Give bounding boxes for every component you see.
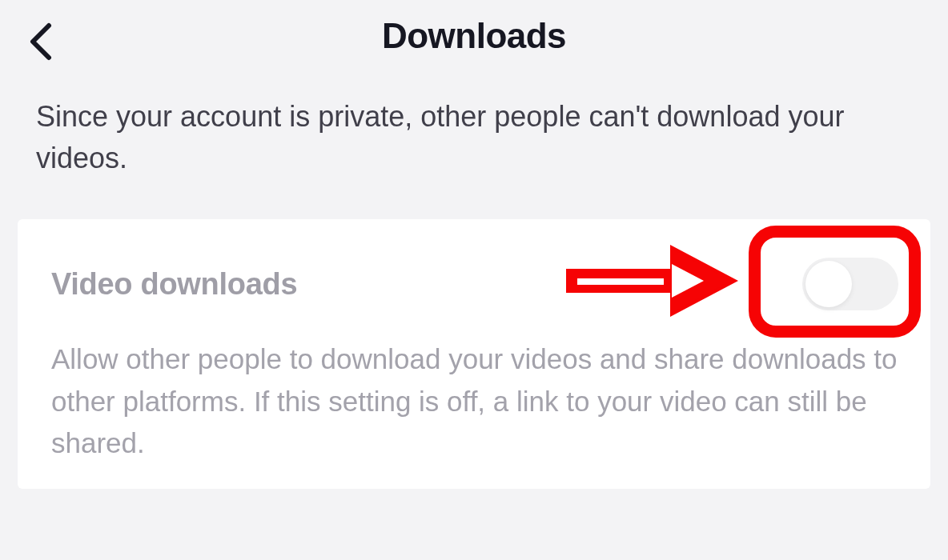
header: Downloads — [0, 0, 948, 80]
back-icon[interactable] — [28, 22, 52, 64]
video-downloads-label: Video downloads — [51, 267, 297, 302]
video-downloads-toggle[interactable] — [802, 258, 898, 310]
toggle-knob — [805, 261, 852, 307]
video-downloads-row: Video downloads — [51, 258, 898, 310]
video-downloads-description: Allow other people to download your vide… — [51, 338, 898, 465]
page-title: Downloads — [28, 16, 920, 56]
privacy-info-text: Since your account is private, other peo… — [0, 80, 948, 211]
settings-card: Video downloads Allow other people to do… — [18, 219, 930, 489]
